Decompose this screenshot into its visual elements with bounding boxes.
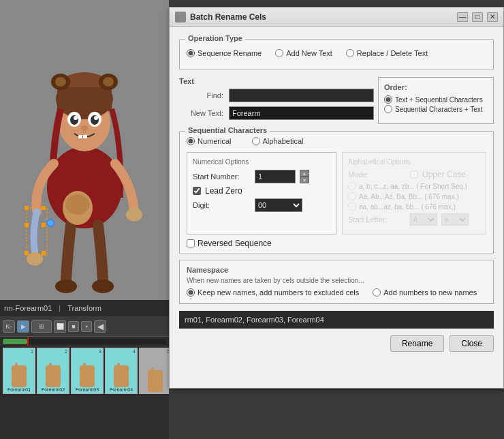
svg-point-33 [65, 194, 90, 215]
find-input[interactable] [229, 89, 374, 102]
ns-add-radio[interactable] [373, 288, 381, 297]
bottom-bar: rm-Forearm01 | Transform [0, 300, 169, 316]
cel-item-1[interactable]: 1 Forearm01 [3, 348, 35, 394]
svg-rect-30 [42, 251, 46, 255]
close-button-dialog[interactable]: Close [450, 335, 494, 352]
progress-bar[interactable] [3, 339, 166, 344]
svg-rect-29 [25, 251, 29, 255]
numerical-radio[interactable] [187, 137, 195, 145]
new-text-input[interactable] [229, 106, 374, 120]
cel-thumb-4 [114, 365, 129, 387]
digit-select[interactable]: 00 000 0000 [255, 198, 302, 212]
namespace-title: Namespace [187, 266, 486, 274]
order-box: Order: Text + Sequential Characters Sequ… [378, 77, 494, 124]
num-options-title: Numerical Options [193, 158, 330, 166]
character-svg [20, 14, 149, 300]
svg-rect-27 [25, 223, 29, 227]
numerical-option: Numerical [187, 137, 232, 145]
ns-keep-radio[interactable] [187, 288, 195, 297]
cel-item-4[interactable]: 4 Forearm04 [105, 348, 138, 394]
cel-strip: 1 Forearm01 2 Forearm02 3 Forearm03 4 Fo… [0, 346, 169, 395]
upper-case-label: Upper Case [422, 170, 466, 179]
close-button[interactable]: ✕ [487, 12, 498, 22]
cel-thumb-3 [80, 365, 95, 387]
operation-type-group: Operation Type Sequence Rename Add New T… [179, 39, 494, 70]
alpha-r3-radio [348, 202, 356, 211]
text-section: Text Find: New Text: [179, 77, 374, 124]
svg-rect-35 [181, 13, 185, 16]
svg-rect-19 [83, 135, 87, 138]
start-letter-select-2: a [441, 213, 469, 226]
tl-key-btn[interactable]: K- [3, 320, 15, 333]
order-text-seq-label: Text + Sequential Characters [395, 96, 483, 104]
svg-rect-25 [25, 206, 29, 210]
left-panel: rm-Forearm01 | Transform K- ▶ ⊞ ⬜ ■ ▪ ◀ … [0, 0, 169, 439]
tl-arrow-btn[interactable]: ◀ [94, 320, 106, 333]
text-section-label: Text [179, 77, 374, 85]
svg-rect-34 [176, 13, 180, 16]
op-add-text-radio[interactable] [275, 49, 283, 57]
operation-type-title: Operation Type [185, 34, 245, 42]
svg-rect-37 [181, 18, 185, 21]
order-text-seq: Text + Sequential Characters [384, 95, 488, 104]
character-view [0, 0, 169, 314]
cel-thumb-1 [12, 365, 27, 387]
ns-keep-names: Keep new names, add numbers to excluded … [187, 288, 359, 297]
start-number-input[interactable] [255, 170, 296, 183]
reversed-sequence-row: Reversed Sequence [187, 239, 486, 248]
cel-item-2[interactable]: 2 Forearm02 [37, 348, 69, 394]
find-row: Find: [179, 89, 374, 102]
app-icon [176, 13, 185, 21]
svg-point-15 [74, 116, 78, 120]
preview-bar: rm01, Forearm02, Forearm03, Forearm04 [179, 311, 494, 329]
tl-copy-btn[interactable]: ⬜ [54, 320, 66, 333]
start-letter-row: Start Letter: A a [348, 213, 480, 226]
spinner-up[interactable]: ▲ [300, 170, 309, 177]
op-seq-rename-radio[interactable] [187, 49, 195, 57]
progress-marker [27, 337, 29, 346]
seq-chars-title: Sequential Characters [185, 126, 270, 134]
reversed-sequence-label: Reversed Sequence [198, 239, 272, 248]
order-seq-text: Sequential Characters + Text [384, 105, 488, 113]
alpha-r1-radio [348, 182, 356, 190]
alpha-row-2: Aa, Ab...Az, Ba, Bb... ( 676 max.) [348, 192, 480, 200]
alphabetical-option: Alphabetical [252, 137, 304, 145]
minimize-button[interactable]: — [457, 12, 468, 22]
spinner-down[interactable]: ▼ [300, 177, 309, 183]
tl-grid-btn[interactable]: ⊞ [31, 320, 52, 333]
order-text-seq-radio[interactable] [384, 95, 392, 104]
alpha-options-title: Alphabetical Options [348, 158, 480, 166]
timeline-area: K- ▶ ⊞ ⬜ ■ ▪ ◀ 1 Forearm01 2 Forearm02 [0, 316, 169, 439]
cel-item-3[interactable]: 3 Forearm03 [71, 348, 104, 394]
lead-zero-checkbox[interactable] [193, 187, 201, 195]
transform-label: Transform [67, 304, 101, 312]
op-seq-rename: Sequence Rename [187, 49, 262, 57]
dialog-titlebar: Batch Rename Cels — □ ✕ [170, 7, 503, 27]
alphabetical-label: Alphabetical [263, 137, 304, 145]
ns-add-label: Add numbers to new names [383, 288, 477, 297]
svg-rect-6 [57, 87, 112, 111]
svg-point-22 [27, 252, 43, 266]
alpha-r2-text: Aa, Ab...Az, Ba, Bb... ( 676 max.) [359, 193, 459, 200]
svg-point-10 [103, 77, 114, 87]
svg-point-9 [55, 77, 66, 87]
tl-small-btn1[interactable]: ■ [68, 321, 79, 332]
start-letter-label: Start Letter: [348, 215, 406, 224]
op-add-new-text: Add New Text [275, 49, 332, 57]
order-seq-text-radio[interactable] [384, 105, 392, 113]
maximize-button[interactable]: □ [472, 12, 483, 22]
op-seq-rename-label: Sequence Rename [198, 49, 262, 57]
svg-point-17 [81, 125, 88, 131]
rename-button[interactable]: Rename [390, 335, 444, 352]
cel-thumb-2 [46, 365, 61, 387]
op-replace-radio[interactable] [346, 49, 354, 57]
alphabetical-radio[interactable] [252, 137, 260, 145]
dialog-content: Operation Type Sequence Rename Add New T… [170, 27, 503, 360]
cel-item-5[interactable]: 5 [139, 348, 169, 394]
order-seq-text-label: Sequential Characters + Text [395, 106, 483, 113]
options-boxes-row: Numerical Options Start Number: ▲ ▼ Lead [187, 152, 486, 234]
namespace-section: Namespace When new names are taken by ce… [179, 260, 494, 304]
tl-play-btn[interactable]: ▶ [17, 320, 29, 333]
tl-small-btn2[interactable]: ▪ [81, 321, 92, 332]
reversed-sequence-checkbox[interactable] [187, 239, 195, 247]
